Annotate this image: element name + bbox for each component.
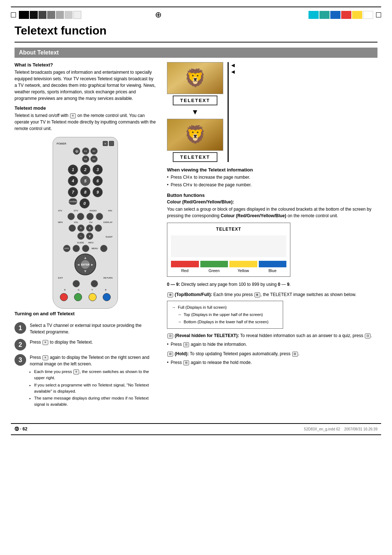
teletext-screen: TELETEXT Red Green Yellow Blue bbox=[167, 223, 290, 277]
hold-press-icon: ⊟ bbox=[292, 352, 298, 357]
step-3-text: Press ≡ again to display the Teletext on… bbox=[30, 354, 156, 409]
header-decoration: ⊕ bbox=[11, 9, 381, 20]
what-is-teletext-body: Teletext broadcasts pages of information… bbox=[15, 69, 156, 102]
color-bar-green bbox=[200, 261, 228, 267]
hold-text: ⊟ (Hold): To stop updating Teletext page… bbox=[167, 351, 377, 357]
color-bar-yellow bbox=[229, 261, 257, 267]
reveal-bullet: • Press ⊡ again to hide the information. bbox=[167, 341, 377, 348]
teletext-label-1: TELETEXT bbox=[173, 96, 217, 105]
remote-btn-3: 3 bbox=[93, 165, 103, 175]
remote-btn-epg: EPG bbox=[63, 245, 70, 252]
remote-btn-menu bbox=[100, 245, 107, 252]
teletext-image-bottom: 🦁 bbox=[167, 119, 223, 151]
remote-btn-dtv bbox=[77, 213, 84, 220]
reveal-bullet-dot: • bbox=[167, 341, 168, 348]
step2-button-icon: ≡ bbox=[42, 340, 48, 345]
color-label-blue: Blue bbox=[259, 268, 287, 273]
teletext-label-2: TELETEXT bbox=[173, 152, 217, 162]
when-viewing-bullet-1: • Press CH∧ to increase the page number. bbox=[167, 174, 377, 181]
footer-file-info: 52D83X_en_g.indd 62 2007/08/31 16:26:39 bbox=[304, 427, 377, 431]
tbf-top-arrow: → bbox=[177, 311, 181, 319]
remote-btn-atv bbox=[68, 213, 75, 220]
bracket-arrows: ◄ ◄ bbox=[229, 62, 236, 75]
right-column: 🦁 TELETEXT ▼ 🦁 TELETEXT bbox=[167, 62, 377, 412]
lion-top-icon: 🦁 bbox=[184, 68, 206, 88]
remote-btn-ch-dn: ∨ bbox=[86, 232, 93, 240]
step-2-number: 2 bbox=[15, 339, 26, 351]
remote-enter-btn: ENTER bbox=[81, 260, 90, 269]
colour-body: You can select a group or block of pages… bbox=[167, 206, 377, 219]
remote-btn-display bbox=[95, 224, 102, 232]
hold-icon: ⊟ bbox=[167, 352, 173, 357]
remote-btn-2: 2 bbox=[80, 165, 90, 175]
hold-again-icon: ⊟ bbox=[183, 360, 189, 365]
remote-btn-e1: E1 bbox=[82, 147, 89, 155]
color-bar-blue bbox=[259, 261, 287, 267]
teletext-image-group: 🦁 TELETEXT ▼ 🦁 TELETEXT bbox=[167, 62, 377, 162]
step3-button-icon: ≡ bbox=[42, 355, 48, 360]
section-header: About Teletext bbox=[15, 48, 377, 58]
steps-section: 1 Select a TV channel or external input … bbox=[15, 322, 156, 409]
tbf-button-icon: ⊞ bbox=[167, 292, 173, 297]
remote-btn-radio bbox=[86, 213, 94, 220]
tbf-bottom-arrow: → bbox=[177, 319, 181, 326]
step-1-text: Select a TV channel or external input so… bbox=[30, 322, 156, 335]
top-bottom-full-section: ⊞ (Top/Bottom/Full): Each time you press… bbox=[167, 291, 377, 329]
teletext-button-icon: ≡ bbox=[70, 113, 76, 118]
reveal-section: ⊡ (Reveal hidden for TELETEXT): To revea… bbox=[167, 332, 377, 348]
remote-btn-vol-dn: − bbox=[77, 232, 85, 240]
step-2-text: Press ≡ to display the Teletext. bbox=[30, 339, 93, 345]
remote-btn-6: 6 bbox=[93, 176, 103, 186]
remote-btn-exit bbox=[73, 280, 80, 287]
remote-btn-8: 8 bbox=[80, 187, 90, 197]
step-3-bullet-1: Each time you press ≡, the screen switch… bbox=[34, 369, 156, 381]
remote-control: POWER ≡ ⏻ E1 E2 bbox=[53, 137, 118, 309]
remote-numrow-0: TV/VIDEO 0 bbox=[57, 198, 114, 208]
hold-section: ⊟ (Hold): To stop updating Teletext page… bbox=[167, 351, 377, 366]
remote-btn-power: ⏻ bbox=[73, 147, 80, 155]
remote-btn-blue bbox=[103, 293, 111, 301]
remote-btn-9: 9 bbox=[93, 187, 103, 197]
step-3-number: 3 bbox=[15, 354, 26, 366]
remote-btn-e4: E4 bbox=[90, 155, 98, 163]
teletext-screen-label: TELETEXT bbox=[171, 227, 286, 232]
tbf-full-arrow: → bbox=[172, 304, 176, 311]
button-functions-section: Button functions Colour (Red/Green/Yello… bbox=[167, 193, 377, 219]
lion-bottom-icon: 🦁 bbox=[184, 125, 206, 145]
step-3: 3 Press ≡ again to display the Teletext … bbox=[15, 354, 156, 409]
remote-btn-0: 0 bbox=[79, 198, 90, 208]
teletext-mode-body: Teletext is turned on/off with ≡ on the … bbox=[15, 112, 156, 132]
remote-numrow-3: 7 8 9 bbox=[57, 187, 114, 197]
color-label-green: Green bbox=[200, 268, 228, 273]
remote-btn-info bbox=[82, 245, 89, 252]
remote-btn-mpx bbox=[69, 224, 76, 232]
remote-func-row bbox=[57, 213, 114, 220]
footer-page-number: ⑬ · 62 bbox=[15, 426, 27, 432]
remote-color-btns bbox=[57, 293, 114, 301]
step-1: 1 Select a TV channel or external input … bbox=[15, 322, 156, 335]
step-3-bullets: Each time you press ≡, the screen switch… bbox=[30, 369, 156, 408]
button-functions-title: Button functions bbox=[167, 193, 377, 198]
reveal-text: ⊡ (Reveal hidden for TELETEXT): To revea… bbox=[167, 332, 377, 339]
bullet-dot-2: • bbox=[167, 182, 168, 188]
tbf-diagram: → Full (Displays in full screen) → Top (… bbox=[167, 301, 283, 329]
tbf-top-row: → Top (Displays in the upper half of the… bbox=[177, 311, 278, 319]
remote-btn-4: 4 bbox=[68, 176, 78, 186]
remote-btn-e2: E2 bbox=[90, 147, 98, 155]
color-label-yellow: Yellow bbox=[229, 268, 257, 273]
teletext-color-labels: Red Green Yellow Blue bbox=[171, 268, 286, 273]
remote-btn-ch-up: ∧ bbox=[86, 224, 93, 232]
remote-btn-guide bbox=[73, 245, 80, 252]
turning-on-title: Turning on and off Teletext bbox=[15, 311, 156, 316]
tbf-bottom-row: → Bottom (Displays in the lower half of … bbox=[177, 319, 278, 326]
color-label-red: Red bbox=[171, 268, 199, 273]
compass-symbol: ⊕ bbox=[155, 10, 162, 20]
remote-btn-return bbox=[91, 280, 98, 287]
remote-numrow-2: 4 5 6 bbox=[57, 176, 114, 186]
reveal-press-icon: ⊡ bbox=[365, 333, 371, 339]
remote-btn-vol-up: + bbox=[77, 224, 85, 232]
hold-bullet: • Press ⊟ again to release the hold mode… bbox=[167, 359, 377, 366]
page-footer: ⑬ · 62 52D83X_en_g.indd 62 2007/08/31 16… bbox=[0, 424, 392, 434]
remote-numrow-1: 1 2 3 bbox=[57, 165, 114, 175]
what-is-teletext-title: What is Teletext? bbox=[15, 62, 156, 68]
